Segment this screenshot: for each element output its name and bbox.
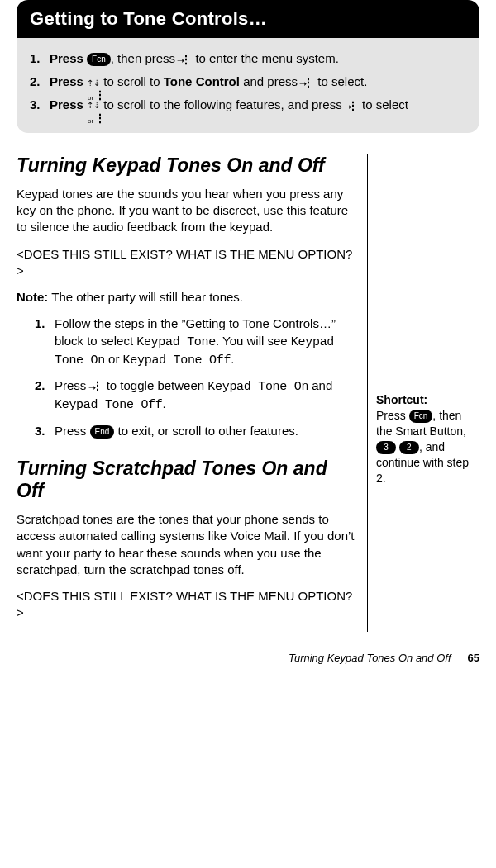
- step-number: 2.: [30, 73, 50, 91]
- text: to scroll to: [100, 74, 164, 88]
- menu-option-text: Keypad Tone Off: [123, 353, 231, 368]
- scroll-icon: ⇡⇣or⋮: [87, 100, 100, 111]
- step-item: 2. Press to toggle between Keypad Tone O…: [35, 377, 355, 415]
- digit-key-icon: 2: [399, 441, 419, 454]
- text: .: [231, 352, 234, 366]
- menu-icon: [301, 77, 314, 88]
- digit-key-icon: 3: [376, 441, 396, 454]
- step-text: Press End to exit, or scroll to other fe…: [55, 423, 355, 439]
- paragraph: Scratchpad tones are the tones that your…: [17, 511, 355, 578]
- page-number: 65: [468, 652, 479, 664]
- step-text: Press to toggle between Keypad Tone On a…: [55, 377, 355, 415]
- subsection-heading: Turning Scratchpad Tones On and Off: [17, 458, 355, 503]
- step-text: Press ⇡⇣or⋮ to scroll to the following f…: [50, 96, 466, 114]
- bold-text: Tone Control: [164, 74, 240, 88]
- section-header-bar: Getting to Tone Controls…: [17, 0, 479, 38]
- intro-step: 1. Press Fcn, then press to enter the me…: [30, 50, 466, 68]
- step-number: 1.: [30, 50, 50, 68]
- bold-text: Press: [50, 51, 87, 65]
- step-text: Press Fcn, then press to enter the menu …: [50, 50, 466, 68]
- shortcut-block: Shortcut: Press Fcn, then the Smart Butt…: [376, 392, 479, 486]
- end-key-icon: End: [90, 425, 115, 439]
- text: .: [163, 396, 166, 410]
- sidebar-spacer: [376, 154, 479, 392]
- text: to select: [359, 97, 408, 111]
- menu-option-text: Keypad Tone: [136, 335, 216, 349]
- text: or: [105, 352, 123, 366]
- text: to exit, or scroll to other features.: [114, 424, 298, 438]
- paragraph: Keypad tones are the sounds you hear whe…: [17, 186, 355, 236]
- text: to enter the menu system.: [192, 51, 339, 65]
- sidebar-column: Shortcut: Press Fcn, then the Smart Butt…: [367, 154, 479, 631]
- text: and press: [240, 74, 301, 88]
- text: . You will see: [216, 334, 291, 348]
- text: to scroll to the following features, and…: [100, 97, 346, 111]
- menu-icon: [90, 381, 103, 392]
- text: to select.: [314, 74, 367, 88]
- scroll-icon: ⇡⇣or⋮: [87, 77, 100, 88]
- numbered-steps: 1. Follow the steps in the ”Getting to T…: [17, 315, 355, 439]
- menu-icon: [346, 100, 359, 111]
- text: Press: [376, 409, 409, 422]
- intro-step: 2. Press ⇡⇣or⋮ to scroll to Tone Control…: [30, 73, 466, 91]
- text: Press: [55, 424, 90, 438]
- note-paragraph: Note: The other party will still hear to…: [17, 289, 355, 306]
- note-text: The other party will still hear tones.: [48, 290, 243, 304]
- step-item: 1. Follow the steps in the ”Getting to T…: [35, 315, 355, 369]
- step-number: 2.: [35, 377, 55, 415]
- paragraph: <DOES THIS STILL EXIST? WHAT IS THE MENU…: [17, 246, 355, 280]
- text: Press: [55, 378, 90, 392]
- menu-icon: [179, 54, 192, 65]
- fcn-key-icon: Fcn: [409, 410, 433, 423]
- page-footer: Turning Keypad Tones On and Off 65: [17, 652, 479, 664]
- text: to toggle between: [103, 378, 208, 392]
- step-text: Press ⇡⇣or⋮ to scroll to Tone Control an…: [50, 73, 466, 91]
- two-column-body: Turning Keypad Tones On and Off Keypad t…: [17, 154, 479, 631]
- fcn-key-icon: Fcn: [87, 53, 111, 66]
- step-number: 1.: [35, 315, 55, 369]
- step-number: 3.: [35, 423, 55, 439]
- main-column: Turning Keypad Tones On and Off Keypad t…: [17, 154, 367, 631]
- section-header-title: Getting to Tone Controls…: [30, 8, 267, 29]
- step-number: 3.: [30, 96, 50, 114]
- text: and: [308, 378, 332, 392]
- menu-option-text: Keypad Tone Off: [55, 398, 163, 412]
- paragraph: <DOES THIS STILL EXIST? WHAT IS THE MENU…: [17, 588, 355, 622]
- text: , then press: [111, 51, 179, 65]
- menu-option-text: Keypad Tone On: [207, 380, 308, 394]
- step-item: 3. Press End to exit, or scroll to other…: [35, 423, 355, 439]
- document-page: Getting to Tone Controls… 1. Press Fcn, …: [0, 0, 496, 676]
- step-text: Follow the steps in the ”Getting to Tone…: [55, 315, 355, 369]
- subsection-heading: Turning Keypad Tones On and Off: [17, 154, 355, 178]
- note-label: Note:: [17, 290, 48, 304]
- intro-steps-block: 1. Press Fcn, then press to enter the me…: [17, 38, 479, 133]
- footer-title: Turning Keypad Tones On and Off: [289, 652, 451, 664]
- shortcut-label: Shortcut:: [376, 393, 427, 406]
- bold-text: Press: [50, 74, 87, 88]
- bold-text: Press: [50, 97, 87, 111]
